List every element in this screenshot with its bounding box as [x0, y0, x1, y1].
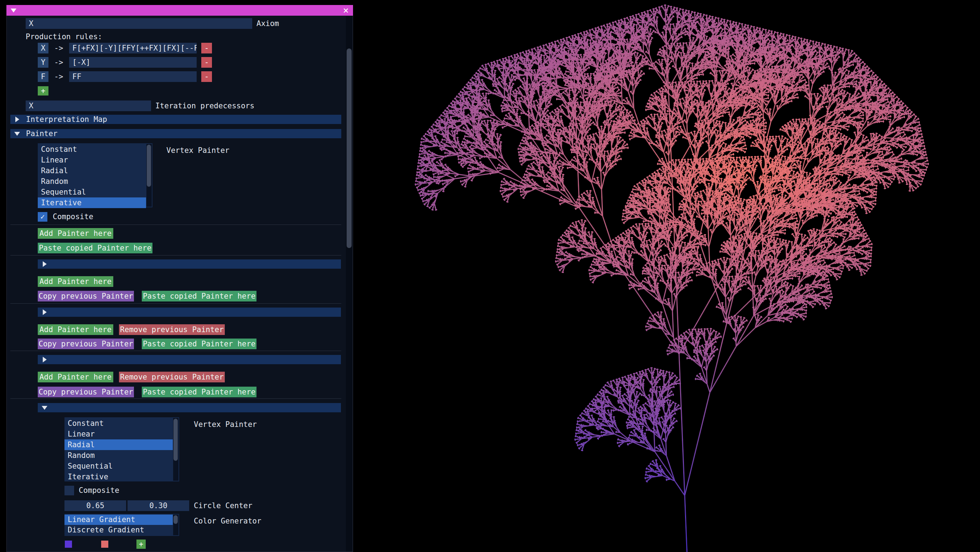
composite-label: Composite [79, 486, 171, 495]
listbox-scrollbar[interactable] [146, 144, 152, 207]
composite-checkbox[interactable]: ✓ [38, 212, 48, 222]
rule-remove-button[interactable]: - [201, 43, 212, 53]
lsystem-canvas[interactable] [353, 0, 980, 552]
listbox-item-discrete-gradient[interactable]: Discrete Gradient [64, 525, 173, 535]
expand-icon [43, 357, 47, 362]
vertex-painter-listbox: Constant Linear Radial Random Sequential… [64, 417, 179, 482]
iteration-predecessors-input[interactable]: X [25, 101, 151, 111]
window-scrollbar[interactable] [346, 16, 352, 552]
collapse-icon [42, 406, 48, 410]
rule-arrow-label: -> [54, 71, 68, 82]
listbox-item-radial[interactable]: Radial [64, 439, 173, 450]
painter-header[interactable]: Painter [10, 129, 341, 138]
circle-center-y-input[interactable]: 0.30 [127, 500, 189, 511]
listbox-item-iterative[interactable]: Iterative [64, 471, 173, 482]
interpretation-map-label: Interpretation Map [26, 115, 107, 124]
separator [10, 351, 341, 351]
interpretation-map-header[interactable]: Interpretation Map [10, 115, 341, 124]
separator [10, 303, 341, 304]
gradient-color-swatch[interactable] [101, 540, 109, 548]
copy-painter-button[interactable]: Copy previous Painter [38, 291, 134, 302]
listbox-item-sequential[interactable]: Sequential [64, 461, 173, 471]
paste-painter-button[interactable]: Paste copied Painter here [38, 242, 153, 254]
paste-painter-button[interactable]: Paste copied Painter here [142, 387, 256, 397]
separator [10, 225, 341, 225]
rule-successor-input[interactable]: FF [69, 71, 197, 82]
add-rule-button[interactable]: + [38, 86, 48, 96]
color-generator-label: Color Generator [194, 516, 308, 526]
paste-painter-button[interactable]: Paste copied Painter here [142, 291, 256, 302]
listbox-item-random[interactable]: Random [64, 450, 173, 461]
composite-label: Composite [53, 212, 145, 222]
circle-center-label: Circle Center [194, 500, 301, 511]
window-titlebar[interactable]: × [6, 5, 353, 16]
expand-icon [43, 310, 47, 315]
add-color-button[interactable]: + [137, 539, 146, 549]
scrollbar-handle[interactable] [147, 145, 151, 187]
listbox-item-linear[interactable]: Linear [64, 429, 173, 439]
vertex-painter-label: Vertex Painter [194, 419, 301, 430]
add-painter-button[interactable]: Add Painter here [38, 372, 113, 382]
listbox-item-random[interactable]: Random [38, 176, 146, 187]
rule-remove-button[interactable]: - [201, 71, 212, 82]
painter-node-header[interactable] [38, 259, 341, 269]
rule-predecessor-button[interactable]: F [38, 71, 48, 82]
rule-remove-button[interactable]: - [201, 57, 212, 68]
vertex-painter-listbox: Constant Linear Radial Random Sequential… [38, 143, 153, 207]
axiom-input[interactable]: X [25, 18, 252, 29]
scrollbar-handle[interactable] [347, 48, 352, 248]
collapse-icon [14, 132, 20, 136]
listbox-item-linear[interactable]: Linear [38, 155, 146, 165]
rule-arrow-label: -> [54, 43, 68, 53]
iteration-predecessors-label: Iteration predecessors [155, 101, 305, 111]
composite-checkbox[interactable] [64, 486, 74, 495]
listbox-scrollbar[interactable] [173, 418, 178, 481]
copy-painter-button[interactable]: Copy previous Painter [38, 387, 134, 397]
circle-center-x-input[interactable]: 0.65 [64, 500, 126, 511]
expand-icon [15, 116, 19, 122]
rule-predecessor-button[interactable]: X [38, 43, 48, 53]
painter-node-header[interactable] [38, 308, 341, 317]
scrollbar-handle[interactable] [173, 419, 178, 461]
expand-icon [43, 261, 47, 267]
rule-arrow-label: -> [54, 57, 68, 68]
check-icon: ✓ [40, 212, 45, 221]
window-close-icon[interactable]: × [339, 5, 353, 16]
axiom-label: Axiom [256, 18, 335, 29]
listbox-item-sequential[interactable]: Sequential [38, 187, 146, 198]
listbox-item-constant[interactable]: Constant [64, 418, 173, 429]
painter-node-header[interactable] [38, 403, 341, 412]
vertex-painter-label: Vertex Painter [166, 145, 273, 156]
copy-painter-button[interactable]: Copy previous Painter [38, 338, 134, 349]
gradient-color-swatch[interactable] [64, 540, 72, 548]
window-collapse-icon[interactable] [11, 8, 16, 13]
add-painter-button[interactable]: Add Painter here [38, 324, 113, 335]
color-generator-listbox: Linear Gradient Discrete Gradient [64, 514, 179, 536]
paste-painter-button[interactable]: Paste copied Painter here [142, 338, 256, 349]
rule-successor-input[interactable]: F[+FX][-Y][FFY[++FX][FX][--F [69, 43, 197, 53]
painter-label: Painter [26, 129, 58, 138]
listbox-item-iterative[interactable]: Iterative [38, 198, 146, 208]
add-painter-button[interactable]: Add Painter here [38, 276, 113, 287]
production-rules-label: Production rules: [25, 32, 175, 41]
rule-successor-input[interactable]: [-X] [69, 57, 197, 68]
add-painter-button[interactable]: Add Painter here [38, 228, 113, 239]
separator [10, 255, 341, 255]
rule-predecessor-button[interactable]: Y [38, 57, 48, 68]
listbox-item-constant[interactable]: Constant [38, 144, 146, 155]
remove-painter-button[interactable]: Remove previous Painter [119, 324, 225, 335]
listbox-item-linear-gradient[interactable]: Linear Gradient [64, 515, 173, 525]
remove-painter-button[interactable]: Remove previous Painter [119, 372, 225, 382]
scrollbar-handle[interactable] [173, 515, 178, 524]
painter-node-header[interactable] [38, 355, 341, 364]
listbox-scrollbar[interactable] [173, 515, 178, 535]
listbox-item-radial[interactable]: Radial [38, 165, 146, 176]
